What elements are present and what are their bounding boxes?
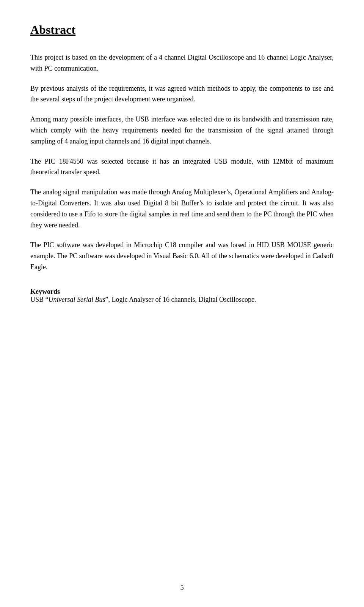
- paragraph-3: Among many possible interfaces, the USB …: [30, 114, 334, 147]
- page: Abstract This project is based on the de…: [0, 0, 364, 607]
- paragraph-5: The analog signal manipulation was made …: [30, 187, 334, 230]
- paragraph-4: The PIC 18F4550 was selected because it …: [30, 156, 334, 178]
- keywords-section: Keywords USB “Universal Serial Bus”, Log…: [30, 288, 334, 304]
- paragraph-1: This project is based on the development…: [30, 52, 334, 74]
- paragraph-2: By previous analysis of the requirements…: [30, 83, 334, 105]
- keywords-content: USB “Universal Serial Bus”, Logic Analys…: [30, 296, 334, 304]
- paragraph-6: The PIC software was developed in Microc…: [30, 240, 334, 272]
- keywords-label: Keywords: [30, 288, 60, 295]
- page-number: 5: [180, 584, 184, 592]
- keywords-line: Keywords: [30, 288, 334, 296]
- keywords-italic-text: Universal Serial Bus: [49, 296, 105, 303]
- page-title: Abstract: [30, 23, 334, 37]
